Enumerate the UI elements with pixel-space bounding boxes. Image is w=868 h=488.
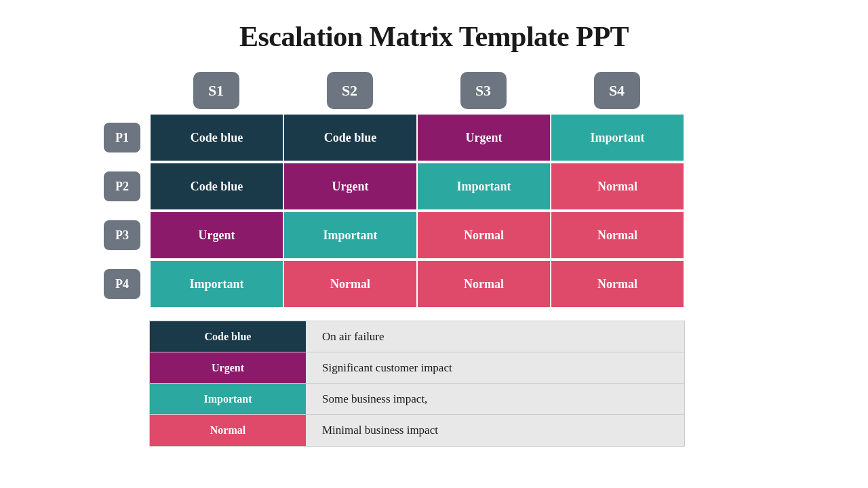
p2-cells: Code blue Urgent Important Normal [149,162,685,211]
legend-desc-important: Some business impact, [306,384,684,414]
matrix-rows: P1 Code blue Code blue Urgent Important … [95,113,685,308]
legend-row-code-blue: Code blue On air failure [150,321,684,352]
p3-badge: P3 [104,220,140,250]
row-p1: P1 Code blue Code blue Urgent Important [95,113,685,162]
cell-p2-s2: Urgent [284,163,418,211]
row-header-p4: P4 [95,260,149,308]
legend-row-normal: Normal Minimal business impact [150,415,684,446]
legend-desc-urgent: Significant customer impact [306,352,684,383]
row-p4: P4 Important Normal Normal Normal [95,260,685,308]
cell-p4-s2: Normal [284,261,418,308]
cell-p1-s4: Important [551,115,685,162]
legend: Code blue On air failure Urgent Signific… [149,321,685,447]
p2-badge: P2 [104,171,140,201]
col-header-s1: S1 [149,72,283,109]
column-headers: S1 S2 S3 S4 [149,72,685,109]
cell-p1-s1: Code blue [149,115,284,162]
legend-label-code-blue: Code blue [150,321,306,352]
cell-p2-s1: Code blue [149,163,284,211]
cell-p1-s2: Code blue [284,115,418,162]
cell-p1-s3: Urgent [418,115,551,162]
page: Escalation Matrix Template PPT S1 S2 S3 … [0,0,868,488]
legend-label-urgent: Urgent [150,352,306,383]
row-header-p2: P2 [95,162,149,211]
s3-badge: S3 [460,72,507,109]
p4-badge: P4 [104,269,140,299]
s1-badge: S1 [193,72,239,109]
cell-p4-s3: Normal [418,261,551,308]
cell-p3-s4: Normal [551,212,685,260]
p4-cells: Important Normal Normal Normal [149,260,685,308]
s2-badge: S2 [327,72,373,109]
col-header-s3: S3 [416,72,550,109]
p1-cells: Code blue Code blue Urgent Important [149,113,685,162]
s4-badge: S4 [594,72,640,109]
cell-p2-s3: Important [418,163,551,211]
cell-p3-s3: Normal [418,212,551,260]
legend-label-important: Important [150,384,306,414]
legend-row-important: Important Some business impact, [150,384,684,415]
cell-p4-s1: Important [149,261,284,308]
row-p2: P2 Code blue Urgent Important Normal [95,162,685,211]
col-header-s2: S2 [283,72,416,109]
matrix-area: S1 S2 S3 S4 P1 Code blue Code blue [95,72,773,447]
page-title: Escalation Matrix Template PPT [239,20,629,53]
cell-p3-s1: Urgent [149,212,284,260]
p1-badge: P1 [104,123,140,152]
cell-p4-s4: Normal [551,261,685,308]
row-header-p3: P3 [95,211,149,260]
legend-desc-normal: Minimal business impact [306,415,684,446]
row-p3: P3 Urgent Important Normal Normal [95,211,685,260]
legend-desc-code-blue: On air failure [306,321,684,352]
p3-cells: Urgent Important Normal Normal [149,211,685,260]
cell-p2-s4: Normal [551,163,685,211]
row-header-p1: P1 [95,113,149,162]
col-header-s4: S4 [550,72,684,109]
legend-label-normal: Normal [150,415,306,446]
legend-row-urgent: Urgent Significant customer impact [150,352,684,384]
cell-p3-s2: Important [284,212,418,260]
